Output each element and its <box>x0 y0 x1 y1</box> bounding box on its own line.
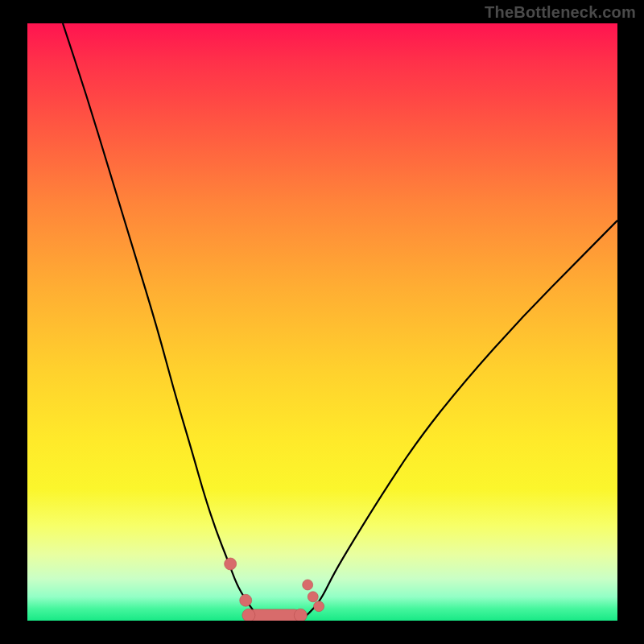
chart-svg <box>27 23 617 621</box>
right-branch-curve <box>305 221 617 617</box>
marker-bar <box>249 609 301 621</box>
left-branch-curve <box>63 23 258 617</box>
marker-dot <box>314 601 324 612</box>
marker-dot <box>294 609 307 621</box>
marker-dot <box>225 558 237 570</box>
marker-dot <box>308 592 318 602</box>
marker-dot <box>242 609 255 621</box>
watermark-text: TheBottleneck.com <box>485 3 636 22</box>
marker-dot <box>240 594 252 606</box>
marker-dot <box>303 580 313 590</box>
